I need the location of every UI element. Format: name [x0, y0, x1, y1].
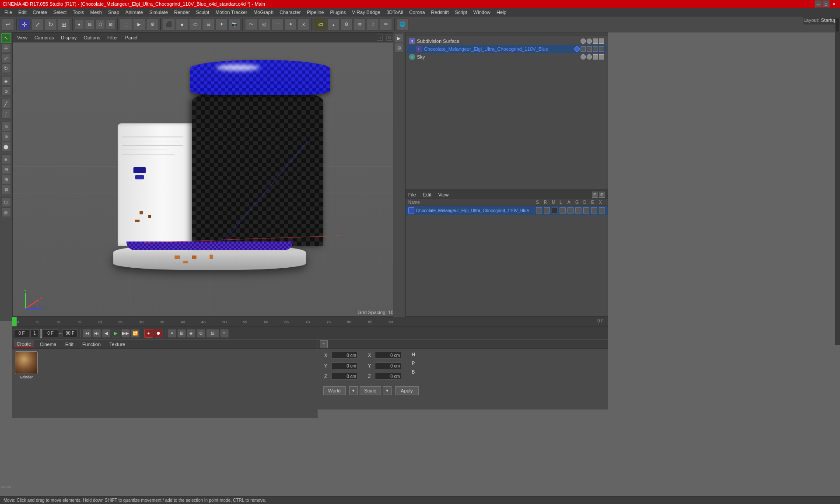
start-frame-input[interactable] — [43, 329, 58, 337]
tool-sculpt-grab[interactable]: ⊚ — [1, 122, 11, 131]
vp-menu-view[interactable]: View — [15, 34, 29, 41]
tool-object-move[interactable]: ◈ — [1, 76, 11, 86]
am-icon1[interactable]: ⊟ — [592, 192, 598, 198]
tool-uv[interactable]: ⊞ — [1, 175, 11, 184]
sky-vis2[interactable] — [587, 54, 592, 60]
obj-vis-dot1[interactable] — [581, 38, 586, 44]
am-mat-m[interactable] — [552, 207, 558, 214]
tool-scale-obj[interactable]: ⤢ — [1, 53, 11, 63]
am-icon2[interactable]: ⊞ — [599, 192, 605, 198]
toolbar-particle[interactable]: ✦ — [284, 18, 297, 31]
toolbar-render-view[interactable]: ▶ — [133, 18, 145, 31]
am-mat-a[interactable] — [567, 207, 574, 214]
toolbar-render-region[interactable]: ⬚ — [120, 18, 132, 31]
toolbar-light[interactable]: ✦ — [215, 18, 228, 31]
toolbar-cloth[interactable]: ≋ — [354, 18, 366, 31]
toolbar-deform[interactable]: ⋯ — [271, 18, 284, 31]
obj-blue-vis[interactable] — [574, 46, 580, 52]
timeline[interactable]: 0 5 10 15 20 25 30 35 40 45 50 55 60 65 … — [12, 317, 608, 326]
mat-tab-edit[interactable]: Edit — [63, 341, 76, 348]
vp-maximize-btn[interactable]: □ — [386, 35, 392, 41]
toolbar-move[interactable]: ✛ — [18, 18, 31, 31]
sky-tag2[interactable] — [599, 54, 604, 60]
menu-vraybridge[interactable]: V-Ray Bridge — [350, 9, 383, 16]
tool-bake[interactable]: ⊠ — [1, 185, 11, 194]
obj-tag1[interactable] — [593, 38, 598, 44]
tool-extra2[interactable]: ◎ — [1, 207, 11, 217]
transport-goto-end[interactable]: ⏭ — [92, 329, 101, 338]
mat-tab-texture[interactable]: Texture — [107, 341, 128, 348]
menu-corona[interactable]: Corona — [406, 9, 427, 16]
toolbar-nurbs[interactable]: ◎ — [258, 18, 270, 31]
pos-y-input[interactable] — [331, 362, 357, 369]
menu-plugins[interactable]: Plugins — [327, 9, 348, 16]
obj-vis-dot2[interactable] — [587, 38, 592, 44]
toolbar-hair[interactable]: ⌇ — [367, 18, 379, 31]
menu-render[interactable]: Render — [172, 9, 192, 16]
sky-vis1[interactable] — [581, 54, 586, 60]
menu-mograph[interactable]: MoGraph — [251, 9, 276, 16]
menu-mesh[interactable]: Mesh — [88, 9, 105, 16]
transport-options2[interactable]: ⊞ — [177, 329, 186, 338]
mat-tab-function[interactable]: Function — [80, 341, 103, 348]
frame-step-input[interactable] — [30, 329, 39, 337]
obj-tag2[interactable] — [599, 38, 604, 44]
obj-chocogrind-tag4[interactable] — [599, 46, 604, 52]
menu-window[interactable]: Window — [471, 9, 493, 16]
am-mat-d[interactable] — [583, 207, 589, 214]
toolbar-render-settings[interactable]: ⚙ — [146, 18, 158, 31]
side-btn2[interactable]: ⊞ — [394, 43, 404, 52]
toolbar-polys[interactable]: ⬡ — [95, 20, 105, 29]
toolbar-dynamics[interactable]: ⚙ — [340, 18, 353, 31]
am-menu-view[interactable]: View — [438, 192, 449, 197]
menu-create[interactable]: Create — [30, 9, 50, 16]
transport-options3[interactable]: ◈ — [187, 329, 196, 338]
rot-z-input[interactable] — [375, 373, 401, 380]
transport-loop[interactable]: 🔁 — [131, 329, 140, 338]
mat-tab-create[interactable]: Create — [14, 340, 34, 348]
tool-texture[interactable]: ⊟ — [1, 164, 11, 174]
toolbar-points[interactable]: ● — [74, 20, 84, 29]
tool-layer[interactable]: ≡ — [1, 154, 11, 164]
toolbar-spline[interactable]: 〜 — [245, 18, 257, 31]
menu-simulate[interactable]: Simulate — [147, 9, 171, 16]
toolbar-edges[interactable]: ⊟ — [85, 20, 94, 29]
menu-animate[interactable]: Animate — [123, 9, 146, 16]
menu-snap[interactable]: Snap — [105, 9, 122, 16]
toolbar-sketch[interactable]: ✏ — [380, 18, 392, 31]
maximize-button[interactable]: □ — [822, 0, 830, 7]
menu-edit[interactable]: Edit — [16, 9, 29, 16]
viewport-canvas[interactable]: X Y Z Grid Spacing: 10 cm — [13, 42, 405, 317]
menu-help[interactable]: Help — [494, 9, 509, 16]
pos-x-input[interactable] — [331, 352, 357, 359]
am-mat-e[interactable] — [591, 207, 597, 214]
am-material-row[interactable]: Chocolate_Melangeur_Elgi_Ultra_Chocogrin… — [406, 206, 608, 215]
menu-file[interactable]: File — [2, 9, 15, 16]
sky-tag1[interactable] — [593, 54, 598, 60]
am-mat-s[interactable] — [536, 207, 542, 214]
obj-chocogrind-tag2[interactable] — [587, 46, 592, 52]
toolbar-select-all[interactable]: ⊞ — [58, 18, 70, 31]
mat-grinder-thumbnail[interactable]: Grinder — [15, 351, 38, 379]
coords-icon[interactable]: ≡ — [320, 340, 328, 348]
vp-menu-display[interactable]: Display — [59, 34, 78, 41]
minimize-button[interactable]: ─ — [815, 0, 822, 7]
toolbar-cylinder[interactable]: ⬭ — [189, 18, 201, 31]
obj-item-sky[interactable]: ○ Sky — [407, 53, 606, 61]
scale-button[interactable]: Scale — [360, 386, 382, 395]
toolbar-uvw[interactable]: ⊠ — [106, 20, 116, 29]
tool-select-model[interactable]: ↖ — [1, 33, 11, 43]
toolbar-sphere[interactable]: ● — [176, 18, 188, 31]
menu-pipeline[interactable]: Pipeline — [304, 9, 326, 16]
toolbar-cube[interactable]: ⬛ — [163, 18, 175, 31]
vp-menu-filter[interactable]: Filter — [105, 34, 119, 41]
obj-chocogrind-tag3[interactable] — [593, 46, 598, 52]
playhead-drag[interactable] — [40, 329, 42, 338]
apply-button[interactable]: Apply — [395, 386, 419, 395]
menu-select[interactable]: Select — [51, 9, 70, 16]
tool-move[interactable]: ✛ — [1, 43, 11, 53]
menu-tools[interactable]: Tools — [70, 9, 87, 16]
menu-character[interactable]: Character — [277, 9, 303, 16]
menu-3dtoall[interactable]: 3DToAll — [384, 9, 406, 16]
tool-paint[interactable]: ⬤ — [1, 142, 11, 151]
